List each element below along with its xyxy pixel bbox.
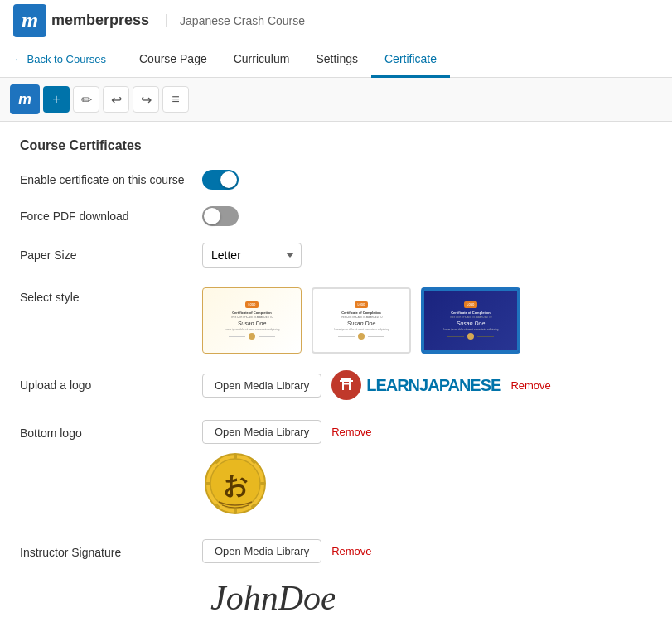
- instructor-sig-remove-link[interactable]: Remove: [331, 545, 371, 557]
- cert-line-1: [229, 336, 245, 337]
- enable-certificate-row: Enable certificate on this course: [20, 170, 652, 190]
- learn-japanese-logo-preview: LEARNJAPANESE: [331, 370, 500, 400]
- toolbar-logo-letter: m: [18, 91, 31, 108]
- cert-line-4: [368, 336, 384, 337]
- svg-rect-5: [349, 382, 351, 390]
- undo-icon: ↩: [111, 92, 122, 108]
- bottom-logo-svg: お: [202, 451, 268, 517]
- menu-button[interactable]: ≡: [162, 86, 189, 113]
- redo-button[interactable]: ↪: [133, 86, 159, 113]
- cert-name-3: Susan Doe: [457, 321, 486, 326]
- back-to-courses-link[interactable]: ← Back to Courses: [13, 53, 106, 65]
- cert-sub-1: THIS CERTIFICATE IS AWARDED TO: [230, 316, 273, 319]
- toggle-knob-pdf: [204, 208, 220, 224]
- signature-svg: JohnDoe: [202, 570, 335, 617]
- cert-footer-3: [447, 333, 494, 340]
- force-pdf-toggle[interactable]: [202, 206, 239, 226]
- paper-size-label: Paper Size: [20, 248, 202, 262]
- svg-rect-9: [234, 454, 237, 459]
- cert-preview-1: LOGO Certificate of Completion THIS CERT…: [203, 288, 301, 353]
- cert-line-3: [338, 336, 355, 337]
- mp-toolbar-logo: m: [10, 84, 40, 114]
- cert-name-1: Susan Doe: [238, 321, 267, 326]
- paper-size-row: Paper Size Letter A4 Legal: [20, 243, 652, 268]
- learn-japanese-circle: [331, 370, 361, 400]
- tab-curriculum[interactable]: Curriculum: [220, 41, 303, 78]
- style-card-1[interactable]: LOGO Certificate of Completion THIS CERT…: [202, 287, 302, 354]
- cert-preview-3: LOGO Certificate of Completion THIS CERT…: [423, 289, 519, 352]
- upload-logo-controls: Open Media Library LEARNJAPANESE Remove: [202, 370, 551, 400]
- svg-text:m: m: [22, 8, 38, 32]
- svg-text:JohnDoe: JohnDoe: [210, 579, 335, 617]
- svg-rect-6: [344, 383, 349, 385]
- course-title-header: Japanese Crash Course: [166, 14, 305, 27]
- editor-toolbar: m + ✏ ↩ ↪ ≡: [0, 78, 672, 122]
- instructor-sig-controls: Open Media Library Remove JohnDoe: [202, 539, 372, 617]
- cert-seal-2: [358, 333, 365, 340]
- bottom-logo-remove-link[interactable]: Remove: [331, 426, 371, 438]
- main-content: Course Certificates Enable certificate o…: [0, 122, 672, 617]
- bottom-logo-row: Bottom logo Open Media Library Remove: [20, 420, 652, 519]
- brand-name-text: memberpress: [51, 12, 149, 29]
- learn-japanese-text: LEARNJAPANESE: [366, 376, 500, 395]
- upload-logo-row: Upload a logo Open Media Library LEARNJA…: [20, 370, 652, 400]
- cert-body-3: Lorem ipsum dolor sit amet consectetur a…: [443, 328, 499, 331]
- pencil-button[interactable]: ✏: [73, 86, 99, 113]
- tab-course-page[interactable]: Course Page: [126, 41, 220, 78]
- top-bar: m memberpress Japanese Crash Course: [0, 0, 672, 41]
- cert-seal-3: [467, 333, 474, 340]
- add-block-button[interactable]: +: [43, 86, 70, 113]
- upload-logo-remove-link[interactable]: Remove: [510, 379, 550, 392]
- cert-title-1: Certificate of Completion: [232, 311, 272, 315]
- svg-rect-11: [205, 482, 210, 485]
- svg-rect-3: [341, 378, 351, 380]
- nav-tabs: ← Back to Courses Course Page Curriculum…: [0, 41, 672, 78]
- cert-footer-2: [338, 333, 384, 340]
- undo-button[interactable]: ↩: [103, 86, 129, 113]
- enable-certificate-label: Enable certificate on this course: [20, 173, 202, 186]
- svg-rect-12: [260, 482, 265, 485]
- cert-brand-logo-3: LOGO: [464, 301, 477, 308]
- memberpress-icon: m: [13, 4, 46, 37]
- cert-brand-logo-1: LOGO: [245, 301, 259, 308]
- cert-sub-3: THIS CERTIFICATE IS AWARDED TO: [449, 316, 491, 319]
- style-card-2[interactable]: LOGO Certificate of Completion THIS CERT…: [312, 287, 411, 354]
- tab-certificate[interactable]: Certificate: [371, 41, 450, 78]
- cert-line-2: [259, 336, 275, 337]
- svg-text:お: お: [223, 471, 249, 499]
- redo-icon: ↪: [141, 92, 152, 108]
- pencil-icon: ✏: [81, 92, 92, 108]
- instructor-sig-button[interactable]: Open Media Library: [202, 539, 321, 563]
- instructor-signature-row: Instructor Signature Open Media Library …: [20, 539, 652, 617]
- cert-preview-2: LOGO Certificate of Completion THIS CERT…: [313, 289, 409, 352]
- torii-icon: [337, 376, 355, 394]
- select-style-label: Select style: [20, 284, 202, 304]
- cert-body-1: Lorem ipsum dolor sit amet consectetur a…: [225, 328, 280, 331]
- svg-rect-4: [342, 382, 344, 390]
- cert-title-3: Certificate of Completion: [451, 311, 491, 315]
- paper-size-select[interactable]: Letter A4 Legal: [202, 243, 302, 268]
- style-card-3[interactable]: LOGO Certificate of Completion THIS CERT…: [421, 287, 520, 354]
- style-selector: LOGO Certificate of Completion THIS CERT…: [202, 287, 520, 354]
- bottom-logo-controls: Open Media Library Remove: [202, 420, 372, 519]
- signature-preview: JohnDoe: [202, 570, 335, 617]
- cert-title-2: Certificate of Completion: [341, 311, 381, 315]
- svg-rect-2: [340, 380, 353, 382]
- cert-body-2: Lorem ipsum dolor sit amet consectetur a…: [334, 328, 389, 331]
- bottom-logo-button[interactable]: Open Media Library: [202, 420, 321, 444]
- enable-certificate-toggle[interactable]: [202, 170, 239, 190]
- bottom-logo-label: Bottom logo: [20, 420, 202, 440]
- force-pdf-row: Force PDF download: [20, 206, 652, 226]
- upload-logo-label: Upload a logo: [20, 378, 202, 392]
- toggle-knob: [220, 171, 237, 188]
- bottom-logo-preview: お: [202, 451, 268, 519]
- cert-footer-1: [229, 333, 275, 340]
- tab-settings[interactable]: Settings: [302, 41, 371, 78]
- cert-line-6: [477, 336, 494, 337]
- section-title: Course Certificates: [20, 138, 652, 153]
- select-style-row: Select style LOGO Certificate of Complet…: [20, 284, 652, 354]
- menu-icon: ≡: [172, 92, 179, 107]
- upload-logo-button[interactable]: Open Media Library: [202, 374, 321, 398]
- cert-name-2: Susan Doe: [347, 321, 376, 326]
- instructor-sig-label: Instructor Signature: [20, 539, 202, 559]
